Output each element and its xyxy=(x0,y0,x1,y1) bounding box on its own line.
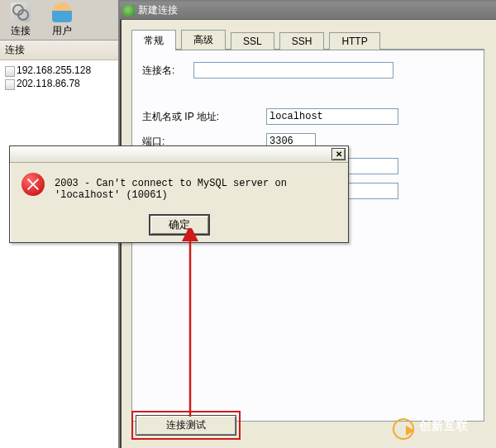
conn-name-input[interactable] xyxy=(193,62,393,79)
tree-item[interactable]: 192.168.255.128 xyxy=(2,64,117,77)
tree-item[interactable]: 202.118.86.78 xyxy=(2,77,117,90)
ok-button[interactable]: 确定 xyxy=(149,214,210,236)
connection-tree: 192.168.255.128 202.118.86.78 xyxy=(0,60,118,93)
toolbar-label: 连接 xyxy=(11,24,31,38)
error-icon xyxy=(21,173,45,196)
test-button-highlight: 连接测试 xyxy=(131,411,241,440)
dialog-title: 新建连接 xyxy=(138,3,178,17)
watermark-main: 创新互联 xyxy=(419,419,488,434)
host-label: 主机名或 IP 地址: xyxy=(142,110,266,124)
sidebar-title: 连接 xyxy=(0,41,118,60)
tree-item-label: 192.168.255.128 xyxy=(17,64,91,76)
watermark-sub: CHUANG XIN HU LIAN xyxy=(419,434,488,440)
tab-ssh[interactable]: SSH xyxy=(279,32,325,50)
error-message: 2003 - Can't connect to MySQL server on … xyxy=(55,173,336,201)
tab-http[interactable]: HTTP xyxy=(329,32,379,50)
watermark-logo-icon xyxy=(393,418,414,440)
conn-name-label: 连接名: xyxy=(142,64,193,78)
test-connection-button[interactable]: 连接测试 xyxy=(136,415,236,436)
tab-ssl[interactable]: SSL xyxy=(231,32,274,50)
connections-sidebar: 连接 192.168.255.128 202.118.86.78 xyxy=(0,40,118,448)
user-icon xyxy=(52,2,72,22)
error-dialog-titlebar[interactable]: ✕ xyxy=(10,146,348,163)
error-dialog: ✕ 2003 - Can't connect to MySQL server o… xyxy=(9,145,349,243)
close-icon: ✕ xyxy=(336,150,342,159)
tab-general[interactable]: 常规 xyxy=(131,30,176,50)
toolbar-item-connection[interactable]: 连接 xyxy=(0,0,41,40)
toolbar-item-user[interactable]: 用户 xyxy=(41,0,83,40)
tab-advanced[interactable]: 高级 xyxy=(181,30,226,50)
watermark: 创新互联 CHUANG XIN HU LIAN xyxy=(393,418,488,440)
tree-item-label: 202.118.86.78 xyxy=(17,78,80,89)
app-window-icon xyxy=(123,5,135,17)
close-button[interactable]: ✕ xyxy=(331,148,346,160)
toolbar-label: 用户 xyxy=(52,24,72,38)
app-toolbar: 连接 用户 xyxy=(0,0,118,40)
dialog-titlebar[interactable]: 新建连接 xyxy=(120,2,496,20)
host-input[interactable] xyxy=(266,108,398,125)
tab-bar: 常规 高级 SSL SSH HTTP xyxy=(131,31,484,50)
connection-icon xyxy=(11,2,31,22)
